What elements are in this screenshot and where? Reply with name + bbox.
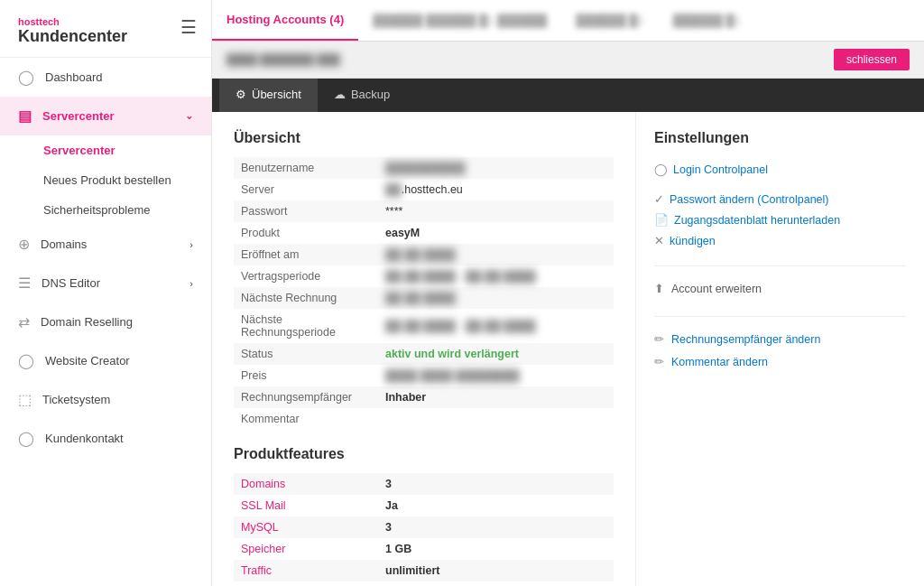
sidebar-item-domain-reselling[interactable]: ⇄ Domain Reselling: [0, 302, 211, 341]
table-row: Nächste Rechnungsperiode ██.██.████ - ██…: [234, 309, 614, 343]
table-row: Traffic unlimitiert: [234, 560, 614, 581]
two-col-layout: Übersicht Benutzername ██████████ Server…: [212, 112, 924, 586]
overview-table: Benutzername ██████████ Server ██.hostte…: [234, 157, 614, 430]
table-row: Passwort ****: [234, 200, 614, 222]
tab-blurred-2[interactable]: ██████ █1: [561, 1, 658, 40]
server-value: .hosttech.eu: [402, 183, 463, 196]
checkmark-icon: ✓: [654, 192, 664, 206]
table-row: Eröffnet am ██.██.████: [234, 244, 614, 265]
produktfeatures-table: Domains 3 SSL Mail Ja MySQL 3 Speicher: [234, 473, 614, 581]
account-erweitern-link[interactable]: ⬆ Account erweitern: [654, 277, 906, 300]
passwort-aendern-link[interactable]: ✓ Passwort ändern (Controlpanel): [654, 189, 906, 209]
tab-backup[interactable]: ☁ Backup: [318, 79, 406, 112]
table-row: Domains 3: [234, 473, 614, 495]
login-controlpanel-link[interactable]: ◯ Login Controlpanel: [654, 159, 906, 180]
top-tabs-bar: Hosting Accounts (4) ██████ ██████ █1 ██…: [212, 0, 924, 42]
gear-icon: ⚙: [236, 88, 246, 101]
sidebar-item-domains[interactable]: ⊕ Domains ›: [0, 225, 211, 264]
preis-value: ████ ████ ████████: [385, 369, 520, 382]
domains-count: 3: [385, 478, 392, 490]
account-erweitern-group: ⬆ Account erweitern: [654, 265, 906, 300]
servercenter-submenu: Servercenter Neues Produkt bestellen Sic…: [0, 135, 211, 225]
rechnungsempfaenger-value: Inhaber: [385, 391, 426, 404]
ssl-mail-value: Ja: [385, 499, 398, 512]
traffic-value: unlimitiert: [385, 564, 439, 577]
sidebar-item-website-creator[interactable]: ◯ Website Creator: [0, 341, 211, 380]
table-row: Kommentar: [234, 408, 614, 430]
table-row: Nächste Rechnung ██.██.████: [234, 287, 614, 309]
cloud-icon: ☁: [334, 88, 346, 101]
login-icon: ◯: [654, 163, 668, 176]
tab-hosting-accounts[interactable]: Hosting Accounts (4): [212, 0, 358, 41]
table-row: Rechnungsempfänger Inhaber: [234, 386, 614, 408]
uebersicht-title: Übersicht: [234, 130, 614, 146]
table-row: Vertragsperiode ██.██.████ - ██.██.████: [234, 265, 614, 287]
sidebar-item-dashboard[interactable]: ◯ Dashboard: [0, 58, 211, 97]
zugangsdatenblatt-link[interactable]: 📄 Zugangsdatenblatt herunterladen: [654, 209, 906, 230]
domains-chevron-icon: ›: [189, 239, 193, 250]
kommentar-aendern-link[interactable]: ✏ Kommentar ändern: [654, 350, 906, 373]
naechste-rechnungsperiode-value: ██.██.████ - ██.██.████: [385, 320, 536, 332]
vertragsperiode-value: ██.██.████ - ██.██.████: [385, 270, 536, 283]
account-subtitle-row: ████ ███████ ███ schliessen: [212, 42, 924, 79]
sidebar-item-kundenkontakt[interactable]: ◯ Kundenkontakt: [0, 419, 211, 458]
dns-chevron-icon: ›: [189, 278, 193, 289]
account-subtitle: ████ ███████ ███: [226, 53, 340, 66]
content-area: Übersicht Benutzername ██████████ Server…: [212, 112, 924, 586]
ticket-icon: ⬚: [18, 391, 32, 408]
produkt-value: easyM: [385, 227, 420, 239]
kuendigen-link[interactable]: ✕ kündigen: [654, 230, 906, 251]
menu-icon[interactable]: ☰: [180, 16, 197, 38]
rechnungsempfaenger-aendern-link[interactable]: ✏ Rechnungsempfänger ändern: [654, 328, 906, 350]
website-creator-icon: ◯: [18, 352, 34, 369]
produktfeatures-title: Produktfeatures: [234, 446, 614, 462]
table-row: Status aktiv und wird verlängert: [234, 343, 614, 365]
inner-tabs-bar: ⚙ Übersicht ☁ Backup: [212, 79, 924, 112]
table-row: MySQL 3: [234, 516, 614, 538]
reselling-icon: ⇄: [18, 313, 30, 330]
product-features-section: Produktfeatures Domains 3 SSL Mail Ja My…: [234, 446, 614, 581]
status-value: aktiv und wird verlängert: [385, 348, 519, 360]
passwort-aendern-group: ✓ Passwort ändern (Controlpanel) 📄 Zugan…: [654, 189, 906, 251]
sidebar-item-neues-produkt[interactable]: Neues Produkt bestellen: [0, 165, 211, 195]
table-row: Produkt easyM: [234, 222, 614, 244]
naechste-rechnung-value: ██.██.████: [385, 292, 456, 304]
table-row: SSL Mail Ja: [234, 495, 614, 516]
rechnungs-section: ✏ Rechnungsempfänger ändern ✏ Kommentar …: [654, 316, 906, 373]
dashboard-icon: ◯: [18, 69, 34, 86]
domains-icon: ⊕: [18, 236, 30, 253]
sidebar-item-servercenter[interactable]: ▤ Servercenter ⌄: [0, 97, 211, 135]
servercenter-icon: ▤: [18, 107, 32, 125]
cancel-icon: ✕: [654, 234, 664, 247]
sidebar-item-servercenter-sub[interactable]: Servercenter: [0, 135, 211, 165]
eroeffnet-value: ██.██.████: [385, 248, 456, 261]
username-value: ██████████: [385, 162, 466, 174]
logo: hosttech Kundencenter ☰: [0, 0, 211, 58]
logo-bottom: Kundencenter: [18, 27, 193, 46]
right-column: Einstellungen ◯ Login Controlpanel ✓ Pas…: [635, 112, 924, 586]
sidebar-item-sicherheitsprobleme[interactable]: Sicherheitsprobleme: [0, 195, 211, 225]
sidebar-item-dns-editor[interactable]: ☰ DNS Editor ›: [0, 264, 211, 302]
tab-blurred-3[interactable]: ██████ █1: [659, 1, 755, 40]
dns-icon: ☰: [18, 274, 31, 292]
expand-icon: ⬆: [654, 282, 664, 295]
table-row: Speicher 1 GB: [234, 538, 614, 560]
edit-icon-1: ✏: [654, 332, 664, 346]
tab-uebersicht[interactable]: ⚙ Übersicht: [219, 79, 318, 112]
edit-icon-2: ✏: [654, 355, 664, 368]
einstellungen-title: Einstellungen: [654, 130, 906, 146]
login-controlpanel-group: ◯ Login Controlpanel: [654, 159, 906, 180]
table-row: Server ██.hosttech.eu: [234, 179, 614, 200]
left-column: Übersicht Benutzername ██████████ Server…: [212, 112, 635, 586]
speicher-value: 1 GB: [385, 543, 411, 555]
tab-blurred-1[interactable]: ██████ ██████ █1 ██████: [358, 1, 561, 40]
close-button[interactable]: schliessen: [834, 49, 910, 70]
table-row: Preis ████ ████ ████████: [234, 365, 614, 386]
main-content: Hosting Accounts (4) ██████ ██████ █1 ██…: [212, 0, 924, 586]
mysql-value: 3: [385, 521, 392, 534]
server-prefix: ██: [385, 183, 402, 196]
logo-top: hosttech: [18, 16, 193, 27]
sidebar: hosttech Kundencenter ☰ ◯ Dashboard ▤ Se…: [0, 0, 212, 586]
sidebar-item-ticketsystem[interactable]: ⬚ Ticketsystem: [0, 380, 211, 419]
chevron-down-icon: ⌄: [185, 110, 193, 122]
